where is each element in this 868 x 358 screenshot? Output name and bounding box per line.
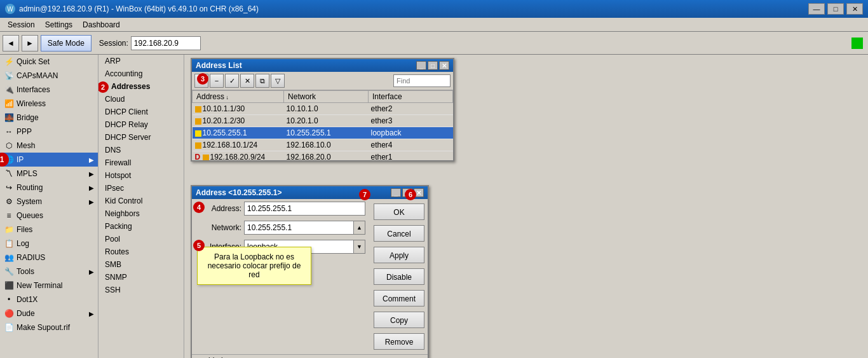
tools-arrow-icon: ▶ <box>89 268 94 275</box>
submenu-item-arp[interactable]: ARP <box>98 55 184 67</box>
system-icon: ⚙ <box>4 196 14 207</box>
sidebar-item-tools[interactable]: 🔧 Tools ▶ <box>0 265 98 279</box>
sidebar-item-dot1x[interactable]: • Dot1X <box>0 293 98 306</box>
check-button[interactable]: ✓ <box>225 74 239 88</box>
submenu-item-ipsec[interactable]: IPsec <box>98 182 184 195</box>
sidebar-item-mpls[interactable]: 〽 MPLS ▶ <box>0 167 98 181</box>
addr-detail-minimize[interactable]: _ <box>391 188 401 197</box>
tools-icon: 🔧 <box>4 266 14 277</box>
submenu-item-dns[interactable]: DNS <box>98 144 184 156</box>
table-row-selected[interactable]: 10.255.255.1 10.255.255.1 loopback <box>193 127 453 139</box>
menu-bar: Session Settings Dashboard <box>0 18 868 32</box>
detail-status: enabled <box>192 354 428 358</box>
submenu-item-hotspot[interactable]: Hotspot <box>98 169 184 182</box>
col-address[interactable]: Address <box>193 91 284 103</box>
forward-button[interactable]: ► <box>22 35 38 52</box>
submenu-item-kid-control[interactable]: Kid Control <box>98 195 184 207</box>
submenu-item-addresses[interactable]: Addresses <box>98 80 184 93</box>
submenu-item-cloud[interactable]: Cloud <box>98 93 184 106</box>
copy-button[interactable]: ⧉ <box>255 74 269 88</box>
radius-icon: 👥 <box>4 252 14 263</box>
submenu-item-ssh[interactable]: SSH <box>98 284 184 296</box>
network-field[interactable] <box>244 221 354 235</box>
menu-settings[interactable]: Settings <box>40 19 78 31</box>
addr-list-close[interactable]: ✕ <box>439 61 449 70</box>
connection-indicator <box>851 38 863 49</box>
cancel-button[interactable]: Cancel <box>374 225 424 242</box>
sidebar-item-ip[interactable]: 1 🌐 IP ▶ <box>0 153 98 167</box>
badge-6: 6 <box>405 189 416 200</box>
addr-list-maximize[interactable]: □ <box>428 61 438 70</box>
sidebar-item-files[interactable]: 📁 Files <box>0 223 98 237</box>
col-network[interactable]: Network <box>284 91 369 103</box>
table-row[interactable]: 10.10.1.1/30 10.10.1.0 ether2 <box>193 103 453 115</box>
sidebar-item-routing[interactable]: ↪ Routing ▶ <box>0 181 98 195</box>
remove-button[interactable]: − <box>210 74 224 88</box>
safe-mode-button[interactable]: Safe Mode <box>41 35 92 52</box>
menu-dashboard[interactable]: Dashboard <box>78 19 125 31</box>
copy-button[interactable]: Copy <box>374 312 424 328</box>
title-bar-left: W admin@192.168.20.9 (R1) - WinBox (64bi… <box>5 4 259 14</box>
sidebar-item-log[interactable]: 📋 Log <box>0 237 98 251</box>
submenu-item-smb[interactable]: SMB <box>98 258 184 271</box>
submenu-item-neighbors[interactable]: Neighbors <box>98 207 184 220</box>
x-button[interactable]: ✕ <box>240 74 254 88</box>
maximize-button[interactable]: □ <box>827 3 844 15</box>
close-button[interactable]: ✕ <box>846 3 863 15</box>
col-interface[interactable]: Interface <box>369 91 453 103</box>
sidebar-item-wireless[interactable]: 📶 Wireless <box>0 97 98 111</box>
table-row[interactable]: 192.168.10.1/24 192.168.10.0 ether4 <box>193 139 453 151</box>
session-input[interactable] <box>131 36 201 50</box>
submenu-item-pool[interactable]: Pool <box>98 233 184 245</box>
submenu-item-routes[interactable]: Routes <box>98 245 184 258</box>
addr-list-minimize[interactable]: _ <box>416 61 426 70</box>
network-input-group: ▲ <box>244 221 365 235</box>
sidebar-item-label: Log <box>17 239 29 248</box>
table-row[interactable]: 10.20.1.2/30 10.20.1.0 ether3 <box>193 115 453 127</box>
submenu-item-accounting[interactable]: Accounting <box>98 67 184 80</box>
network-spin-up[interactable]: ▲ <box>354 221 365 235</box>
ok-button[interactable]: OK <box>374 203 424 220</box>
sidebar-item-new-terminal[interactable]: ⬛ New Terminal <box>0 279 98 293</box>
disable-button[interactable]: Disable <box>374 268 424 285</box>
comment-button[interactable]: Comment <box>374 290 424 306</box>
address-table: Address Network Interface 10.10.1.1/30 1… <box>192 90 453 160</box>
submenu-item-packing[interactable]: Packing <box>98 220 184 233</box>
sidebar-item-bridge[interactable]: 🌉 Bridge <box>0 111 98 125</box>
address-table-container: Address Network Interface 10.10.1.1/30 1… <box>192 90 453 160</box>
sidebar-item-radius[interactable]: 👥 RADIUS <box>0 251 98 265</box>
tooltip-text: Para la Loopback no es necesario colocar… <box>208 252 301 279</box>
table-row[interactable]: D 192.168.20.9/24 192.168.20.0 ether1 <box>193 151 453 161</box>
main-layout: ⚡ Quick Set 📡 CAPsMAAN 🔌 Interfaces 📶 Wi… <box>0 55 868 358</box>
submenu: ARP Accounting 2 Addresses Cloud DHCP Cl… <box>98 55 184 358</box>
sidebar-item-system[interactable]: ⚙ System ▶ <box>0 195 98 209</box>
address-detail-window: Address <10.255.255.1> _ □ ✕ 4 Address: <box>191 185 429 358</box>
sidebar-item-capsman[interactable]: 📡 CAPsMAAN <box>0 69 98 83</box>
sidebar-item-ppp[interactable]: ↔ PPP <box>0 125 98 139</box>
submenu-item-dhcp-server[interactable]: DHCP Server <box>98 131 184 144</box>
apply-button[interactable]: Apply <box>374 247 424 263</box>
remove-button[interactable]: Remove <box>374 333 424 350</box>
sidebar-item-interfaces[interactable]: 🔌 Interfaces <box>0 83 98 97</box>
sidebar-item-quick-set[interactable]: ⚡ Quick Set <box>0 55 98 69</box>
minimize-button[interactable]: — <box>808 3 825 15</box>
find-input[interactable] <box>393 74 451 87</box>
submenu-item-dhcp-client[interactable]: DHCP Client <box>98 106 184 118</box>
sidebar-item-queues[interactable]: ≡ Queues <box>0 209 98 223</box>
dot1x-icon: • <box>4 294 14 305</box>
sidebar-item-dude[interactable]: 🔴 Dude ▶ <box>0 306 98 320</box>
back-button[interactable]: ◄ <box>3 35 19 52</box>
submenu-item-dhcp-relay[interactable]: DHCP Relay <box>98 118 184 131</box>
sidebar-item-mesh[interactable]: ⬡ Mesh <box>0 139 98 153</box>
interface-dropdown[interactable]: ▼ <box>354 240 365 254</box>
terminal-icon: ⬛ <box>4 280 14 291</box>
address-field[interactable] <box>244 202 365 216</box>
sidebar-item-label: IP <box>17 155 24 164</box>
filter-button[interactable]: ▽ <box>271 74 285 88</box>
address-row: Address: 7 <box>192 199 370 218</box>
submenu-item-snmp[interactable]: SNMP <box>98 271 184 284</box>
submenu-item-firewall[interactable]: Firewall <box>98 156 184 169</box>
menu-session[interactable]: Session <box>3 19 40 31</box>
title-bar-title: admin@192.168.20.9 (R1) - WinBox (64bit)… <box>19 4 259 13</box>
sidebar-item-make-supout[interactable]: 📄 Make Supout.rif <box>0 320 98 334</box>
